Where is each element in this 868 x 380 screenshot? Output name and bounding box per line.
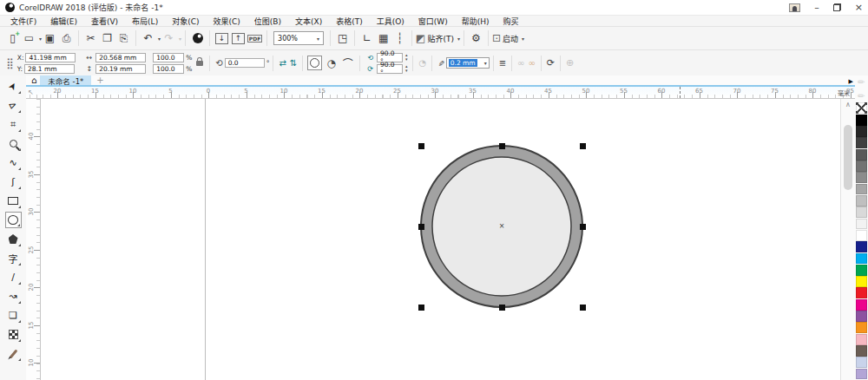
vertical-ruler[interactable]: 40353025201510: [26, 99, 41, 380]
selection-handle[interactable]: [499, 143, 505, 149]
pick-tool[interactable]: ➤: [5, 78, 22, 95]
minimize-button[interactable]: –: [814, 3, 819, 12]
menu-item-help[interactable]: 帮助(H): [455, 16, 496, 27]
color-swatch[interactable]: [856, 115, 867, 126]
selection-handle[interactable]: [580, 224, 586, 230]
vertical-scrollbar[interactable]: ∧: [840, 99, 855, 380]
close-button[interactable]: ×: [855, 3, 863, 12]
ruler-origin-icon[interactable]: ↖: [28, 88, 34, 96]
publish-pdf[interactable]: PDF: [247, 29, 263, 47]
zoom-level[interactable]: 300%▾: [273, 31, 324, 45]
ellipse-tool[interactable]: [5, 212, 22, 228]
show-guidelines-icon[interactable]: ┆: [391, 29, 408, 47]
eyedropper-tool[interactable]: [5, 345, 22, 362]
options-gear-icon[interactable]: ⚙: [468, 29, 484, 47]
open-folder-icon[interactable]: ▭: [21, 29, 37, 47]
color-swatch[interactable]: [856, 126, 867, 137]
ellipse-mode-button[interactable]: [307, 56, 322, 70]
account-icon[interactable]: [789, 3, 800, 12]
menu-item-file[interactable]: 文件(F): [3, 16, 43, 27]
color-swatch[interactable]: [856, 149, 867, 161]
color-swatch[interactable]: [856, 299, 867, 311]
connector-tool[interactable]: ↝: [5, 288, 22, 305]
zoom-tool[interactable]: [5, 135, 22, 152]
mirror-horizontal-icon[interactable]: ⇄: [279, 58, 286, 68]
y-position-field[interactable]: 28.1 mm: [24, 64, 75, 74]
color-swatch[interactable]: [856, 322, 867, 333]
color-swatch[interactable]: [856, 184, 867, 195]
color-swatch[interactable]: [856, 345, 867, 357]
scale-v-field[interactable]: 100.0: [153, 64, 184, 74]
transparency-tool[interactable]: [5, 326, 22, 343]
artistic-media-tool[interactable]: ʃ: [5, 174, 22, 190]
scroll-up-icon[interactable]: ∧: [841, 101, 855, 108]
color-swatch[interactable]: [856, 369, 867, 380]
object-width-field[interactable]: 20.568 mm: [95, 53, 146, 62]
new-document-icon[interactable]: ▯+: [4, 29, 21, 47]
lock-ratio-icon[interactable]: [196, 61, 203, 66]
color-swatch[interactable]: [856, 253, 867, 265]
color-swatch[interactable]: [856, 172, 867, 183]
menu-item-edit[interactable]: 编辑(E): [43, 16, 84, 27]
arc-mode-button[interactable]: ⌒: [340, 56, 355, 70]
color-swatch[interactable]: [856, 195, 867, 206]
color-swatch[interactable]: [856, 161, 867, 172]
end-angle-field[interactable]: 90.0 °: [377, 64, 403, 74]
search-content[interactable]: [189, 29, 206, 47]
menu-item-table[interactable]: 表格(T): [329, 16, 370, 27]
selection-handle[interactable]: [580, 305, 586, 311]
rectangle-tool[interactable]: [5, 193, 22, 209]
show-grid-icon[interactable]: ▦: [375, 29, 391, 47]
color-swatch[interactable]: [856, 137, 867, 148]
redo-dropdown-arrow[interactable]: ▾: [179, 36, 181, 42]
scale-h-field[interactable]: 100.0: [153, 53, 184, 62]
freehand-tool[interactable]: ∿: [5, 154, 22, 171]
home-tab-icon[interactable]: ⌂: [31, 75, 36, 85]
color-swatch[interactable]: [856, 357, 867, 368]
object-origin-icon[interactable]: ⣿: [6, 57, 14, 69]
launcher[interactable]: ⊡启动▾: [492, 29, 524, 47]
color-swatch[interactable]: [856, 265, 867, 276]
cut-icon[interactable]: ✂: [82, 29, 99, 47]
mirror-vertical-icon[interactable]: ⇅: [290, 58, 297, 68]
menu-item-object[interactable]: 对象(C): [165, 16, 206, 27]
selection-handle[interactable]: [418, 224, 424, 230]
color-swatch[interactable]: [856, 206, 867, 218]
outline-width-combo[interactable]: 0.2 mm ▾: [446, 57, 490, 69]
menu-item-layout[interactable]: 布局(L): [125, 16, 165, 27]
selection-handle[interactable]: [580, 143, 586, 149]
show-rulers-icon[interactable]: ∟: [358, 29, 375, 47]
polygon-tool[interactable]: [5, 231, 22, 247]
restore-button[interactable]: [833, 3, 841, 11]
color-swatch[interactable]: [856, 311, 867, 322]
color-swatch[interactable]: [856, 334, 867, 345]
export-icon[interactable]: ↑: [232, 33, 245, 44]
menu-item-effects[interactable]: 效果(C): [206, 16, 247, 27]
menu-item-text[interactable]: 文本(X): [288, 16, 329, 27]
selection-handle[interactable]: [418, 143, 424, 149]
document-tab-active[interactable]: 未命名 -1*: [40, 75, 91, 85]
shape-tool[interactable]: ⊳: [5, 97, 22, 114]
fullscreen-preview-icon[interactable]: ◳: [334, 29, 351, 47]
import-icon[interactable]: ↓: [215, 33, 228, 44]
undo-icon[interactable]: ↶: [140, 29, 156, 47]
copy-icon[interactable]: ❐: [99, 29, 115, 47]
wrap-text-icon[interactable]: ≣: [499, 58, 506, 68]
color-swatch[interactable]: [856, 241, 867, 252]
menu-item-tools[interactable]: 工具(O): [370, 16, 411, 27]
shadow-tool[interactable]: ❏: [5, 307, 22, 324]
menu-item-window[interactable]: 窗口(W): [411, 16, 455, 27]
convert-to-curves-icon[interactable]: ⟳: [547, 57, 555, 69]
menu-item-view[interactable]: 查看(V): [84, 16, 125, 27]
save-icon[interactable]: ▣: [42, 29, 58, 47]
color-swatch[interactable]: [856, 276, 867, 287]
text-tool[interactable]: 字: [5, 250, 22, 266]
print-icon[interactable]: ⎙: [58, 29, 75, 47]
scrollbar-thumb[interactable]: [844, 125, 852, 190]
color-swatch[interactable]: [856, 230, 867, 241]
new-tab-button[interactable]: +: [91, 75, 108, 85]
pie-mode-button[interactable]: ◔: [324, 56, 339, 70]
x-position-field[interactable]: 41.198 mm: [25, 53, 76, 62]
color-swatch[interactable]: [856, 219, 867, 230]
object-height-field[interactable]: 20.19 mm: [95, 64, 146, 74]
